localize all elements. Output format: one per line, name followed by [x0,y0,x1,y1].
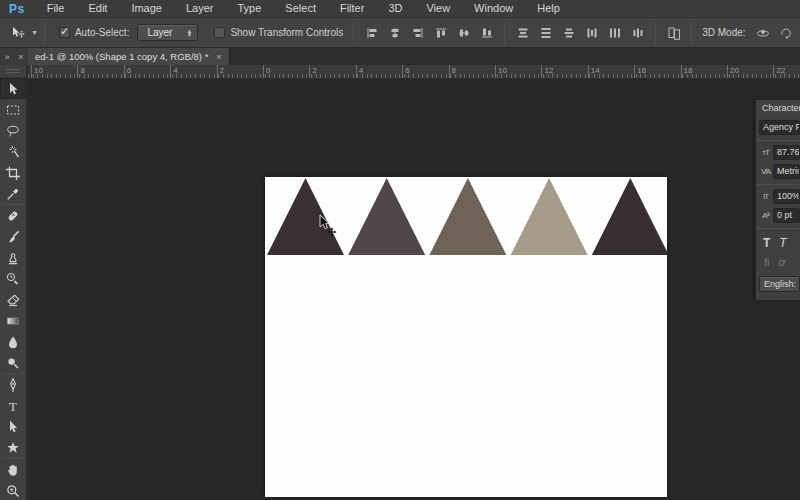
3d-rotate-icon [756,26,770,40]
dodge-tool[interactable] [0,352,26,373]
document-tab[interactable]: ed-1 @ 100% (Shape 1 copy 4, RGB/8) * × [28,48,230,65]
ruler-major-tick [309,65,310,78]
panel-collapse-icon[interactable]: » [4,52,9,62]
ruler-unit-label: 2 [220,66,224,75]
ligature-buttons: fi ơ [756,250,800,268]
stub-close-icon[interactable]: × [18,52,23,62]
auto-select-target-dropdown[interactable]: Layer ▲▼ [137,24,198,41]
move-tool[interactable] [0,78,26,99]
history-brush-tool[interactable] [0,268,26,289]
ruler-unit-label: 8 [80,66,84,75]
blur-tool[interactable] [0,331,26,352]
ruler-major-tick [77,65,78,78]
align-top-edges-button[interactable] [429,23,452,43]
blur-icon [5,334,21,350]
custom-shape-icon [5,440,21,456]
eraser-tool[interactable] [0,289,26,310]
auto-select-checkbox[interactable] [59,27,70,38]
menu-file[interactable]: File [35,0,77,17]
3d-roll-button[interactable] [775,23,798,43]
pen-icon [5,377,21,393]
align-bottom-edges-button[interactable] [475,23,498,43]
menu-window[interactable]: Window [462,0,525,17]
3d-rotate-button[interactable] [752,23,775,43]
menu-edit[interactable]: Edit [76,0,119,17]
menu-3d[interactable]: 3D [376,0,414,17]
custom-shape-tool[interactable] [0,437,26,458]
ruler-major-tick [495,65,496,78]
tool-preset-picker[interactable] [6,23,29,43]
align-left-edges-button[interactable] [360,23,383,43]
tab-stub: » × [0,48,28,65]
menu-view[interactable]: View [414,0,462,17]
character-tab[interactable]: Character [756,100,800,116]
hand-tool[interactable] [0,459,26,480]
options-separator [44,23,45,43]
show-transform-checkbox[interactable] [214,27,225,38]
horizontal-ruler[interactable]: 1086420246810121416182022 [28,65,800,79]
triangle-shape-4[interactable] [511,178,588,255]
distribute-right-edges-button[interactable] [626,23,649,43]
rectangular-marquee-tool[interactable] [0,99,26,120]
menu-filter[interactable]: Filter [328,0,376,17]
vertical-scale-field[interactable]: 100% [773,189,800,204]
faux-style-buttons: T T [756,231,800,250]
gradient-tool[interactable] [0,310,26,331]
distribute-vertical-centers-button[interactable] [534,23,557,43]
font-family-field[interactable]: Agency F [759,120,800,135]
lasso-tool[interactable] [0,120,26,141]
triangle-shape-2[interactable] [348,178,425,255]
path-selection-icon [5,419,21,435]
distribute-horizontal-centers-button[interactable] [603,23,626,43]
distribute-buttons [511,23,649,43]
panel-separator [756,228,800,229]
3d-roll-icon [779,26,793,40]
magic-wand-tool[interactable] [0,141,26,162]
menu-type[interactable]: Type [226,0,274,17]
triangle-shape-3[interactable] [429,178,506,255]
pen-tool[interactable] [0,374,26,395]
faux-italic-button[interactable]: T [779,236,786,250]
align-buttons [360,23,498,43]
baseline-shift-field[interactable]: 0 pt [773,208,800,223]
align-vertical-centers-button[interactable] [452,23,475,43]
tool-preset-caret-icon[interactable]: ▼ [31,29,38,36]
distribute-bottom-edges-button[interactable] [557,23,580,43]
faux-bold-button[interactable]: T [763,236,770,250]
eyedropper-tool[interactable] [0,183,26,204]
menu-help[interactable]: Help [525,0,572,17]
align-horizontal-centers-button[interactable] [383,23,406,43]
tools-panel-grip[interactable] [0,64,26,78]
language-dropdown[interactable]: English: [759,276,800,292]
menu-select[interactable]: Select [273,0,328,17]
move-tool-icon [10,26,26,40]
ruler-unit-label: 10 [34,66,43,75]
path-selection-tool[interactable] [0,416,26,437]
discretionary-ligatures-button[interactable]: ơ [779,256,786,268]
distribute-left-edges-button[interactable] [580,23,603,43]
distribute-top-edges-button[interactable] [511,23,534,43]
distribute-bottom-edges-icon [562,26,576,40]
auto-align-layers-button[interactable] [662,23,685,43]
magic-wand-icon [5,144,21,160]
kerning-field[interactable]: Metric [773,164,800,179]
crop-tool[interactable] [0,162,26,183]
spot-healing-brush-tool[interactable] [0,205,26,226]
triangle-shape-5[interactable] [592,178,667,255]
zoom-tool[interactable] [0,480,26,500]
menu-image[interactable]: Image [119,0,174,17]
ruler-major-tick [31,65,32,78]
ruler-unit-label: 16 [637,66,646,75]
ligatures-button[interactable]: fi [764,256,770,268]
ruler-unit-label: 10 [498,66,507,75]
ruler-unit-label: 12 [544,66,553,75]
menu-layer[interactable]: Layer [174,0,226,17]
align-right-edges-button[interactable] [406,23,429,43]
type-tool[interactable]: T [0,395,26,416]
tab-close-icon[interactable]: × [216,52,221,62]
document-tab-bar: » × ed-1 @ 100% (Shape 1 copy 4, RGB/8) … [0,48,800,65]
font-size-field[interactable]: 87.76 [773,145,800,160]
clone-stamp-tool[interactable] [0,247,26,268]
brush-tool[interactable] [0,226,26,247]
menu-bar: Ps FileEditImageLayerTypeSelectFilter3DV… [0,0,800,18]
